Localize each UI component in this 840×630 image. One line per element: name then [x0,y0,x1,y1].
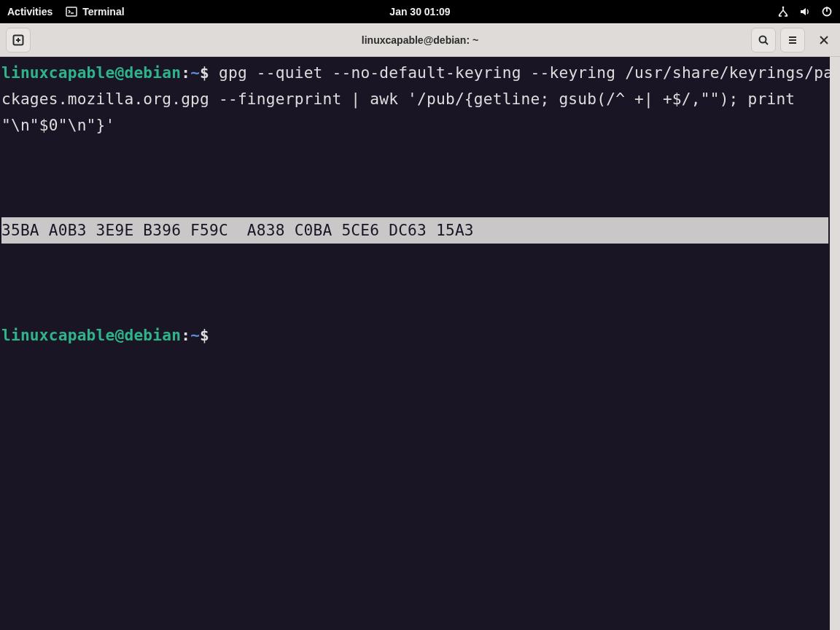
activities-button[interactable]: Activities [7,6,52,18]
prompt-path: ~ [190,326,200,344]
svg-rect-0 [66,7,77,16]
window-titlebar: linuxcapable@debian: ~ [0,23,840,57]
search-button[interactable] [751,28,776,52]
svg-point-9 [760,36,766,43]
svg-line-10 [766,42,769,45]
prompt-separator: : [181,326,190,344]
window-title: linuxcapable@debian: ~ [362,34,478,46]
prompt-path: ~ [190,63,200,82]
volume-icon [799,6,811,18]
svg-point-2 [779,15,781,17]
new-tab-button[interactable] [6,28,31,52]
gnome-topbar: Activities Terminal Jan 30 01:09 [0,0,840,23]
scrollbar[interactable] [830,57,840,630]
menu-button[interactable] [780,28,805,52]
close-button[interactable] [814,30,834,50]
current-app-label: Terminal [82,6,124,18]
prompt-symbol: $ [200,326,209,344]
svg-point-3 [786,15,788,17]
prompt-user: linuxcapable@debian [1,326,181,344]
clock[interactable]: Jan 30 01:09 [389,6,450,18]
output-fingerprint: 35BA A0B3 3E9E B396 F59C A838 C0BA 5CE6 … [1,217,828,244]
power-icon [821,6,833,18]
terminal-viewport[interactable]: linuxcapable@debian:~$ gpg --quiet --no-… [0,57,840,630]
network-icon [777,6,789,18]
system-status-area[interactable] [777,6,833,18]
prompt-symbol: $ [200,63,209,82]
terminal-window: linuxcapable@debian: ~ linuxcapable@debi… [0,23,840,630]
svg-point-1 [782,7,785,9]
prompt-user: linuxcapable@debian [1,63,181,82]
current-app-menu[interactable]: Terminal [66,6,124,18]
terminal-app-icon [66,6,77,18]
prompt-separator: : [181,63,190,82]
